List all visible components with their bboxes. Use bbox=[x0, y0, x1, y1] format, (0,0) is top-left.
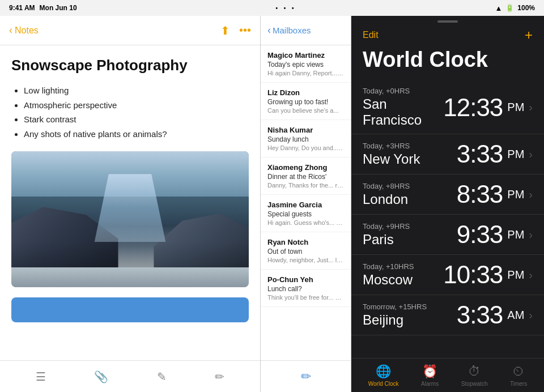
mail-subject-7: Lunch call? bbox=[267, 285, 344, 293]
clock-city-paris: Paris bbox=[363, 232, 410, 248]
clock-drag-bar bbox=[351, 16, 544, 27]
clock-city-beijing: Beijing bbox=[363, 312, 427, 328]
wifi-icon: ▲ bbox=[495, 4, 502, 12]
mail-back-button[interactable]: ‹ Mailboxes bbox=[267, 24, 311, 36]
clock-item-moscow[interactable]: Today, +10HRS Moscow 10:33 PM bbox=[351, 255, 544, 295]
notes-more-icon[interactable]: ••• bbox=[239, 24, 251, 37]
tab-timers[interactable]: ⏲ Timers bbox=[510, 364, 527, 387]
mail-back-chevron: ‹ bbox=[267, 24, 271, 36]
clock-chevron-beijing bbox=[529, 309, 533, 322]
clock-item-new-york[interactable]: Today, +3HRS New York 3:33 PM bbox=[351, 134, 544, 174]
mail-item-5[interactable]: Jasmine Garcia Special guests Hi again. … bbox=[261, 195, 351, 232]
mail-compose-icon[interactable]: ✏ bbox=[301, 369, 311, 384]
mail-list: Magico Martinez Today's epic views Hi ag… bbox=[261, 45, 351, 360]
mail-item-4[interactable]: Xiaomeng Zhong Dinner at the Ricos' Dann… bbox=[261, 157, 351, 195]
status-date: Mon Jun 10 bbox=[40, 4, 77, 12]
clock-time-paris: 9:33 bbox=[457, 220, 503, 249]
status-time: 9:41 AM bbox=[9, 4, 35, 12]
notes-blue-bar bbox=[11, 297, 249, 322]
mail-toolbar: ✏ bbox=[261, 360, 351, 392]
mail-item-2[interactable]: Liz Dizon Growing up too fast! Can you b… bbox=[261, 83, 351, 120]
clock-item-paris[interactable]: Today, +9HRS Paris 9:33 PM bbox=[351, 215, 544, 255]
mail-header: ‹ Mailboxes bbox=[261, 16, 351, 45]
mail-preview-6: Howdy, neighbor, Just... leaving Tuesday… bbox=[267, 257, 344, 263]
clock-time-ny: 3:33 bbox=[457, 140, 503, 168]
clock-city-sf: San Francisco bbox=[363, 96, 443, 128]
mail-preview-3: Hey Danny, Do you and... dad? If you two… bbox=[267, 144, 344, 151]
tab-alarms[interactable]: ⏰ Alarms bbox=[421, 364, 439, 387]
clock-edit-button[interactable]: Edit bbox=[363, 30, 379, 40]
timers-tab-label: Timers bbox=[510, 381, 527, 387]
mail-sender-1: Magico Martinez bbox=[267, 51, 344, 59]
tab-stopwatch[interactable]: ⏱ Stopwatch bbox=[461, 364, 488, 387]
notes-compose-icon[interactable]: ✏ bbox=[215, 370, 224, 384]
status-bar: 9:41 AM Mon Jun 10 • • • ▲ 🔋 100% bbox=[0, 0, 544, 16]
clock-chevron-london bbox=[529, 188, 533, 201]
mail-subject-2: Growing up too fast! bbox=[267, 98, 344, 106]
mail-item-6[interactable]: Ryan Notch Out of town Howdy, neighbor, … bbox=[261, 232, 351, 270]
mail-subject-6: Out of town bbox=[267, 248, 344, 255]
notes-bullet-4: Any shots of native plants or animals? bbox=[24, 127, 249, 142]
clock-item-san-francisco[interactable]: Today, +0HRS San Francisco 12:33 PM bbox=[351, 81, 544, 134]
tab-world-clock[interactable]: 🌐 World Clock bbox=[368, 364, 399, 387]
clock-tabbar: 🌐 World Clock ⏰ Alarms ⏱ Stopwatch ⏲ Tim… bbox=[351, 358, 544, 392]
mail-item-3[interactable]: Nisha Kumar Sunday lunch Hey Danny, Do y… bbox=[261, 120, 351, 157]
clock-offset-ny: Today, +3HRS bbox=[363, 142, 420, 150]
notes-content: Snowscape Photography Low lighting Atmos… bbox=[0, 45, 260, 360]
mail-item-1[interactable]: Magico Martinez Today's epic views Hi ag… bbox=[261, 45, 351, 83]
clock-list: Today, +0HRS San Francisco 12:33 PM Toda… bbox=[351, 81, 544, 358]
clock-offset-london: Today, +8HRS bbox=[363, 182, 410, 190]
clock-time-moscow: 10:33 bbox=[443, 261, 503, 289]
clock-item-beijing[interactable]: Tomorrow, +15HRS Beijing 3:33 AM bbox=[351, 295, 544, 335]
clock-chevron-ny bbox=[529, 148, 533, 161]
notes-title: Snowscape Photography bbox=[11, 57, 249, 74]
clock-offset-beijing: Tomorrow, +15HRS bbox=[363, 302, 427, 311]
mail-item-7[interactable]: Po-Chun Yeh Lunch call? Think you'll be … bbox=[261, 270, 351, 307]
mail-subject-4: Dinner at the Ricos' bbox=[267, 173, 344, 181]
mail-sender-7: Po-Chun Yeh bbox=[267, 275, 344, 284]
clock-panel: Edit + World Clock Today, +0HRS San Fran… bbox=[351, 16, 544, 392]
stopwatch-tab-label: Stopwatch bbox=[461, 381, 488, 387]
mail-preview-7: Think you'll be free for... you think mi… bbox=[267, 294, 344, 301]
battery-icon: 🔋 bbox=[505, 4, 514, 12]
clock-ampm-ny: PM bbox=[507, 148, 524, 161]
notes-photo bbox=[11, 151, 249, 287]
alarms-icon: ⏰ bbox=[422, 364, 437, 379]
clock-time-sf: 12:33 bbox=[443, 93, 503, 122]
clock-ampm-paris: PM bbox=[507, 228, 524, 241]
clock-offset-paris: Today, +9HRS bbox=[363, 222, 410, 231]
battery-level: 100% bbox=[517, 4, 535, 12]
clock-chevron-paris bbox=[529, 228, 533, 241]
notes-bullet-3: Stark contrast bbox=[24, 112, 249, 127]
mail-back-label: Mailboxes bbox=[273, 25, 311, 35]
status-bar-center: • • • bbox=[275, 5, 296, 11]
clock-time-london: 8:33 bbox=[457, 180, 503, 208]
mail-preview-4: Danny, Thanks for the... remembered to t… bbox=[267, 182, 344, 189]
mail-preview-2: Can you believe she's a... bbox=[267, 107, 344, 114]
mail-preview-1: Hi again Danny, Report... Wide open skie… bbox=[267, 70, 344, 76]
notes-panel: ‹ Notes ⬆ ••• Snowscape Photography Low … bbox=[0, 16, 261, 392]
notes-share-icon[interactable]: ⬆ bbox=[220, 24, 230, 37]
mail-subject-5: Special guests bbox=[267, 210, 344, 218]
clock-city-ny: New York bbox=[363, 151, 420, 167]
status-dots: • • • bbox=[275, 5, 296, 11]
notes-header: ‹ Notes ⬆ ••• bbox=[0, 16, 260, 45]
notes-bullet-1: Low lighting bbox=[24, 83, 249, 98]
mail-subject-3: Sunday lunch bbox=[267, 135, 344, 143]
clock-add-button[interactable]: + bbox=[525, 27, 533, 43]
status-bar-right: ▲ 🔋 100% bbox=[495, 4, 535, 12]
mail-sender-6: Ryan Notch bbox=[267, 238, 344, 246]
notes-back-button[interactable]: ‹ Notes bbox=[9, 24, 39, 36]
mail-sender-2: Liz Dizon bbox=[267, 88, 344, 97]
clock-ampm-london: PM bbox=[507, 188, 524, 201]
mail-subject-1: Today's epic views bbox=[267, 61, 344, 69]
notes-attach-icon[interactable]: 📎 bbox=[94, 370, 108, 384]
clock-chevron-moscow bbox=[529, 269, 533, 282]
notes-pen-icon[interactable]: ✎ bbox=[157, 370, 167, 384]
status-bar-left: 9:41 AM Mon Jun 10 bbox=[9, 4, 77, 12]
notes-list-icon[interactable]: ☰ bbox=[36, 370, 46, 384]
notes-toolbar: ☰ 📎 ✎ ✏ bbox=[0, 360, 260, 392]
clock-item-london[interactable]: Today, +8HRS London 8:33 PM bbox=[351, 174, 544, 215]
clock-ampm-sf: PM bbox=[507, 101, 524, 114]
clock-time-beijing: 3:33 bbox=[457, 301, 503, 329]
